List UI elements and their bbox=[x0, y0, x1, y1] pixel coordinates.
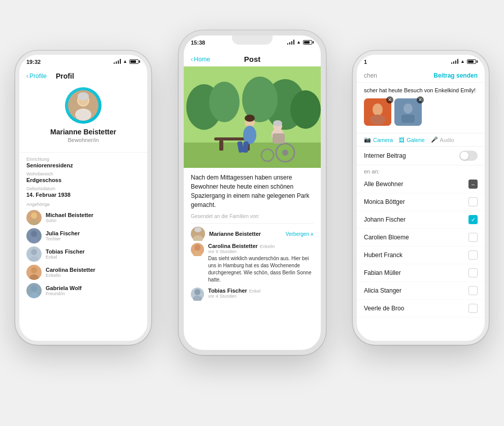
relative-info-2: Julia Fischer Tochter bbox=[46, 230, 80, 241]
svg-point-12 bbox=[31, 286, 37, 292]
relatives-section: Angehörige Michael Beistetter Sohn bbox=[19, 202, 147, 298]
center-content: ‹ Home Post bbox=[184, 52, 321, 350]
media-buttons: 📷 Camera 🖼 Galerie 🎤 Audio bbox=[357, 133, 485, 147]
microphone-icon: 🎤 bbox=[431, 136, 438, 143]
svg-point-5 bbox=[29, 220, 39, 225]
avatar-wrapper bbox=[65, 87, 102, 124]
checkbox-alle[interactable]: – bbox=[468, 180, 478, 189]
svg-point-39 bbox=[194, 244, 200, 251]
toggle-row: Interner Beitrag bbox=[357, 147, 485, 165]
profile-info: Einrichtung Seniorenresidenz Wohnbereich… bbox=[19, 157, 147, 198]
right-nav: chen Beitrag senden bbox=[357, 69, 485, 83]
checkbox-monica[interactable] bbox=[468, 197, 478, 206]
relative-item: Tobias Fischer Enkel bbox=[26, 246, 140, 262]
svg-point-11 bbox=[29, 274, 39, 280]
checkbox-johann[interactable]: ✓ bbox=[468, 215, 478, 224]
left-time: 19:32 bbox=[26, 59, 41, 65]
svg-point-3 bbox=[78, 92, 89, 100]
birthdate-label: Geburtsdatum bbox=[26, 186, 140, 191]
left-status-icons: ▲ bbox=[114, 59, 140, 64]
comment-body-2: Tobias Fischer Enkel vor 4 Stunden bbox=[208, 288, 260, 301]
gallery-icon: 🖼 bbox=[399, 137, 405, 143]
post-page-title: Post bbox=[244, 55, 261, 63]
home-back-button[interactable]: ‹ Home bbox=[191, 56, 210, 63]
svg-point-33 bbox=[245, 115, 255, 122]
relative-avatar-4 bbox=[26, 265, 42, 280]
chevron-left-icon: ‹ bbox=[26, 73, 28, 80]
svg-point-38 bbox=[194, 227, 201, 232]
profile-role: Bewohner/in bbox=[68, 137, 98, 143]
checkbox-carolien[interactable] bbox=[468, 233, 478, 242]
wifi-icon: ▲ bbox=[296, 40, 301, 45]
audio-button[interactable]: 🎤 Audio bbox=[431, 136, 454, 143]
svg-point-45 bbox=[370, 115, 385, 125]
send-to-label: en an: bbox=[357, 165, 485, 175]
relative-info-4: Carolina Beistetter Enkelin bbox=[46, 267, 95, 278]
relative-info-1: Michael Beistetter Sohn bbox=[46, 212, 93, 223]
checkbox-veerle[interactable] bbox=[468, 304, 478, 313]
remove-thumb-1[interactable]: ✕ bbox=[386, 96, 393, 103]
recipient-monica: Monica Böttger bbox=[357, 193, 485, 211]
comment-item-1: Carolina Beistetter Enkelin vor 9 Stunde… bbox=[191, 243, 314, 283]
back-label[interactable]: Profile bbox=[29, 73, 47, 80]
svg-point-9 bbox=[29, 256, 39, 262]
image-thumbnails: ✕ ✕ bbox=[364, 98, 478, 126]
center-status-bar: 15:38 ▲ bbox=[184, 36, 321, 52]
checkbox-hubert[interactable] bbox=[468, 251, 478, 260]
relative-info-3: Tobias Fischer Enkel bbox=[46, 248, 85, 260]
relative-item: Gabriela Wolf Freund/in bbox=[26, 283, 140, 298]
family-avatar bbox=[191, 227, 205, 241]
recipient-veerle: Veerle de Broo bbox=[357, 300, 485, 317]
divider bbox=[19, 152, 147, 153]
relative-item: Julia Fischer Tochter bbox=[26, 228, 140, 243]
remove-thumb-2[interactable]: ✕ bbox=[417, 96, 424, 103]
back-button[interactable]: ‹ Profile bbox=[26, 73, 47, 80]
comment-avatar-1 bbox=[191, 243, 204, 256]
cancel-button[interactable]: chen bbox=[364, 72, 377, 79]
post-text: Nach dem Mittagessen haben unsere Bewohn… bbox=[191, 173, 314, 209]
checkbox-fabian[interactable] bbox=[468, 268, 478, 277]
family-row: Marianne Beistetter Verbergen ∧ bbox=[191, 227, 314, 241]
birthdate-value: 14. Februar 1938 bbox=[26, 192, 140, 198]
svg-point-40 bbox=[193, 251, 202, 256]
battery-icon bbox=[303, 40, 314, 45]
svg-point-47 bbox=[404, 103, 413, 114]
phone-center: 15:38 ▲ ‹ Home Post bbox=[179, 30, 326, 355]
audio-label: Audio bbox=[440, 137, 454, 143]
comment-avatar-2 bbox=[191, 288, 204, 301]
relative-info-5: Gabriela Wolf Freund/in bbox=[46, 285, 82, 296]
page-title: Profil bbox=[56, 72, 74, 80]
send-button[interactable]: Beitrag senden bbox=[433, 72, 478, 79]
post-sent-label: Gesendet an die Familien von: bbox=[191, 214, 314, 219]
relatives-label: Angehörige bbox=[26, 202, 140, 207]
recipient-hubert: Hubert Franck bbox=[357, 246, 485, 264]
right-content: chen Beitrag senden scher hat heute Besu… bbox=[357, 69, 485, 341]
recipient-alle-bewohner: Alle Bewohner – bbox=[357, 175, 485, 193]
facility-label: Einrichtung bbox=[26, 157, 140, 162]
comment-header-1: Carolina Beistetter Enkelin bbox=[208, 243, 314, 249]
back-label[interactable]: Home bbox=[194, 56, 210, 63]
svg-point-6 bbox=[31, 231, 37, 237]
profile-name: Marianne Beistetter bbox=[50, 128, 116, 136]
svg-point-13 bbox=[29, 293, 39, 298]
post-input-area: scher hat heute Besuch von Enkelkind Emi… bbox=[357, 83, 485, 133]
svg-point-8 bbox=[31, 249, 37, 255]
post-input-text[interactable]: scher hat heute Besuch von Enkelkind Emi… bbox=[364, 87, 478, 94]
internal-post-toggle[interactable] bbox=[459, 151, 478, 161]
recipient-carolien: Carolien Bloeme bbox=[357, 229, 485, 246]
thumbnail-2: ✕ bbox=[394, 98, 422, 126]
park-photo-svg bbox=[184, 66, 321, 168]
svg-point-18 bbox=[290, 90, 321, 129]
signal-icon bbox=[114, 59, 121, 64]
relative-avatar-3 bbox=[26, 246, 42, 262]
svg-rect-30 bbox=[273, 133, 285, 144]
notch bbox=[232, 36, 273, 45]
hide-button[interactable]: Verbergen ∧ bbox=[286, 231, 314, 237]
profile-avatar-section: Marianne Beistetter Bewohner/in bbox=[19, 83, 147, 148]
chevron-left-icon: ‹ bbox=[191, 56, 193, 63]
gallery-button[interactable]: 🖼 Galerie bbox=[399, 136, 424, 143]
checkbox-alicia[interactable] bbox=[468, 286, 478, 295]
camera-button[interactable]: 📷 Camera bbox=[364, 136, 393, 143]
center-time: 15:38 bbox=[191, 40, 205, 46]
camera-label: Camera bbox=[373, 137, 393, 143]
